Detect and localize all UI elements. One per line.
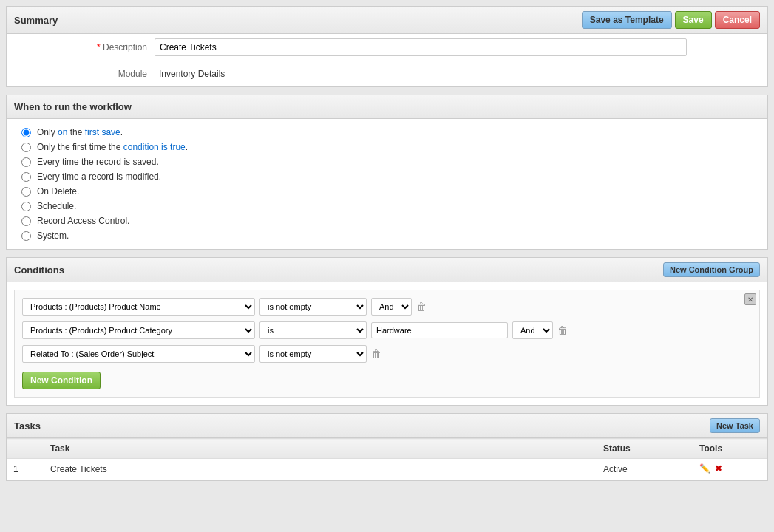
new-task-button[interactable]: New Task bbox=[710, 418, 760, 433]
radio-label-3: Every time the record is saved. bbox=[37, 157, 159, 167]
new-condition-group-button[interactable]: New Condition Group bbox=[663, 262, 760, 277]
delete-condition-1[interactable]: 🗑 bbox=[416, 301, 427, 312]
task-name: Create Tickets bbox=[44, 459, 597, 480]
radio-option-6[interactable] bbox=[21, 202, 31, 211]
radio-item-4: Every time a record is modified. bbox=[21, 169, 753, 184]
tasks-table-body: 1 Create Tickets Active ✏️ ✖ bbox=[7, 459, 767, 480]
delete-condition-2[interactable]: 🗑 bbox=[557, 325, 568, 335]
summary-section: Summary Save as Template Save Cancel * D… bbox=[6, 6, 768, 87]
summary-header: Summary Save as Template Save Cancel bbox=[7, 7, 767, 34]
tasks-section: Tasks New Task Task Status Tools 1 Creat… bbox=[6, 413, 768, 481]
summary-title: Summary bbox=[14, 15, 58, 26]
radio-item-8: System. bbox=[21, 228, 753, 243]
radio-item-2: Only the first time the condition is tru… bbox=[21, 140, 753, 154]
radio-group: Only on the first save. Only the first t… bbox=[7, 119, 767, 249]
radio-item-6: Schedule. bbox=[21, 199, 753, 214]
condition-value-input-2[interactable] bbox=[371, 322, 508, 338]
conditions-title: Conditions bbox=[14, 265, 64, 276]
col-header-status: Status bbox=[597, 439, 693, 459]
save-template-button[interactable]: Save as Template bbox=[582, 11, 672, 29]
when-to-run-section: When to run the workflow Only on the fir… bbox=[6, 95, 768, 250]
radio-option-4[interactable] bbox=[21, 172, 31, 182]
radio-label-4: Every time a record is modified. bbox=[37, 171, 161, 182]
cancel-button[interactable]: Cancel bbox=[715, 11, 760, 29]
table-row: 1 Create Tickets Active ✏️ ✖ bbox=[7, 459, 767, 480]
condition-row-2: Products : (Products) Product Category i… bbox=[22, 321, 752, 339]
condition-field-select-2[interactable]: Products : (Products) Product Category bbox=[22, 321, 255, 339]
radio-label-1: Only on the first save. bbox=[37, 127, 123, 137]
edit-task-icon[interactable]: ✏️ bbox=[699, 463, 711, 475]
task-tools: ✏️ ✖ bbox=[693, 459, 767, 480]
condition-field-select-3[interactable]: Related To : (Sales Order) Subject bbox=[22, 345, 255, 363]
condition-group: ✕ Products : (Products) Product Name is … bbox=[14, 290, 760, 398]
radio-item-5: On Delete. bbox=[21, 184, 753, 199]
col-header-tools: Tools bbox=[693, 439, 767, 459]
radio-option-5[interactable] bbox=[21, 187, 31, 197]
module-value: Inventory Details bbox=[155, 66, 229, 82]
summary-buttons: Save as Template Save Cancel bbox=[582, 11, 760, 29]
radio-label-5: On Delete. bbox=[37, 186, 79, 197]
radio-item-7: Record Access Control. bbox=[21, 214, 753, 228]
tasks-table-head: Task Status Tools bbox=[7, 439, 767, 459]
col-header-num bbox=[7, 439, 44, 459]
delete-task-icon[interactable]: ✖ bbox=[715, 463, 727, 475]
condition-connector-select-1[interactable]: And Or bbox=[371, 298, 412, 316]
condition-row-3: Related To : (Sales Order) Subject is no… bbox=[22, 345, 752, 363]
condition-operator-select-3[interactable]: is not empty is empty is is not bbox=[259, 345, 367, 363]
radio-option-2[interactable] bbox=[21, 143, 31, 152]
conditions-section: Conditions New Condition Group ✕ Product… bbox=[6, 257, 768, 406]
condition-operator-select-1[interactable]: is not empty is empty is is not bbox=[259, 298, 367, 316]
tasks-table: Task Status Tools 1 Create Tickets Activ… bbox=[7, 438, 767, 480]
condition-row-1: Products : (Products) Product Name is no… bbox=[22, 298, 752, 316]
description-input[interactable] bbox=[155, 38, 687, 56]
when-to-run-header: When to run the workflow bbox=[7, 95, 767, 119]
tasks-header: Tasks New Task bbox=[7, 414, 767, 438]
new-condition-button[interactable]: New Condition bbox=[22, 372, 101, 389]
condition-connector-select-2[interactable]: And Or bbox=[512, 321, 553, 339]
radio-label-8: System. bbox=[37, 231, 69, 241]
close-group-button[interactable]: ✕ bbox=[744, 293, 756, 305]
condition-operator-select-2[interactable]: is is not is not empty is empty bbox=[259, 321, 367, 339]
description-label: * Description bbox=[14, 42, 155, 52]
radio-option-3[interactable] bbox=[21, 157, 31, 167]
task-status: Active bbox=[597, 459, 693, 480]
radio-label-2: Only the first time the condition is tru… bbox=[37, 142, 188, 152]
radio-option-8[interactable] bbox=[21, 231, 31, 241]
radio-option-1[interactable] bbox=[21, 128, 31, 137]
tasks-title: Tasks bbox=[14, 420, 41, 432]
radio-option-7[interactable] bbox=[21, 216, 31, 226]
col-header-task: Task bbox=[44, 439, 597, 459]
save-button[interactable]: Save bbox=[675, 11, 712, 29]
task-num: 1 bbox=[7, 459, 44, 480]
conditions-header: Conditions New Condition Group bbox=[7, 258, 767, 282]
radio-item-3: Every time the record is saved. bbox=[21, 154, 753, 169]
condition-field-select-1[interactable]: Products : (Products) Product Name bbox=[22, 298, 255, 316]
radio-label-7: Record Access Control. bbox=[37, 216, 129, 226]
module-row: Module Inventory Details bbox=[7, 61, 767, 86]
page-wrapper: Summary Save as Template Save Cancel * D… bbox=[0, 0, 774, 532]
radio-item-1: Only on the first save. bbox=[21, 125, 753, 140]
module-label: Module bbox=[14, 69, 155, 79]
radio-label-6: Schedule. bbox=[37, 201, 76, 211]
delete-condition-3[interactable]: 🗑 bbox=[371, 349, 381, 359]
description-row: * Description bbox=[7, 34, 767, 61]
